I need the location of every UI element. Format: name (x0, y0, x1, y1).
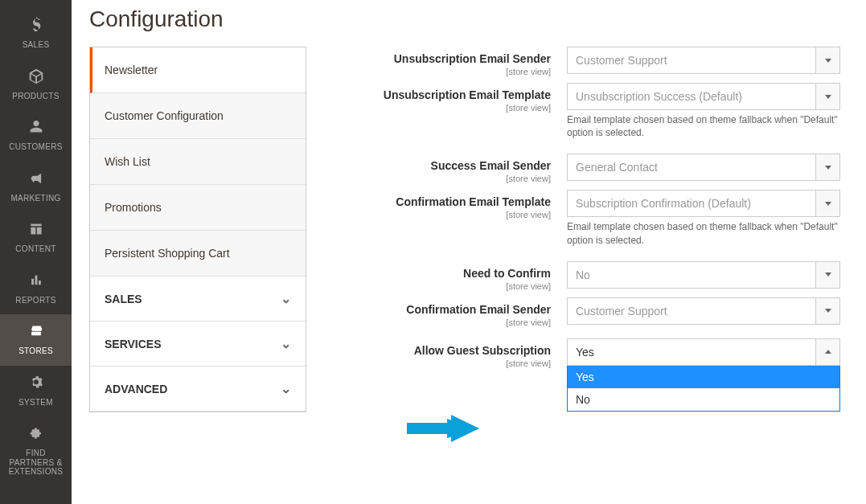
sidebar-label: MARKETING (10, 194, 60, 203)
select-value: Subscription Confirmation (Default) (576, 197, 751, 210)
caret-down-icon (815, 191, 839, 216)
field-label: Confirmation Email Sender (406, 303, 551, 316)
tab-group-services[interactable]: SERVICES⌄ (90, 322, 306, 367)
field-note: Email template chosen based on theme fal… (567, 113, 840, 139)
field-confirm-sender: Confirmation Email Sender [store view] C… (326, 297, 866, 327)
annotation-arrow (407, 412, 479, 448)
chevron-down-icon: ⌄ (281, 336, 291, 351)
config-tabs: Newsletter Customer Configuration Wish L… (89, 47, 306, 412)
option-label: No (576, 393, 590, 406)
dropdown-option-yes[interactable]: Yes (568, 366, 839, 388)
admin-sidebar: SALES PRODUCTS CUSTOMERS MARKETING CONTE… (0, 0, 72, 504)
chevron-down-icon: ⌄ (281, 291, 291, 306)
field-note: Email template chosen based on theme fal… (567, 220, 840, 246)
caret-up-icon (815, 339, 839, 365)
field-unsub-sender: Unsubscription Email Sender [store view]… (326, 47, 866, 76)
caret-down-icon (815, 47, 839, 73)
select-allow-guest[interactable]: Yes (567, 338, 840, 366)
select-success-sender[interactable]: General Contact (567, 154, 840, 181)
select-unsub-sender[interactable]: Customer Support (567, 47, 840, 74)
sidebar-item-reports[interactable]: REPORTS (0, 264, 72, 315)
tab-promotions[interactable]: Promotions (90, 185, 306, 231)
field-scope: [store view] (326, 103, 551, 113)
page-title: Configuration (72, 0, 866, 42)
sidebar-label: CUSTOMERS (9, 142, 62, 152)
sidebar-label: SALES (23, 40, 50, 50)
field-scope: [store view] (326, 67, 551, 76)
select-value: Yes (576, 346, 594, 359)
dropdown-option-no[interactable]: No (568, 388, 839, 411)
option-label: Yes (576, 371, 594, 383)
field-label: Unsubscription Email Template (384, 88, 551, 101)
sidebar-label: CONTENT (15, 244, 55, 254)
sidebar-item-sales[interactable]: SALES (0, 8, 72, 59)
sidebar-item-products[interactable]: PRODUCTS (0, 59, 72, 111)
field-allow-guest: Allow Guest Subscription [store view] Ye… (326, 338, 866, 368)
sidebar-label: SYSTEM (18, 398, 53, 408)
person-icon (27, 118, 45, 139)
select-confirm-template[interactable]: Subscription Confirmation (Default) (567, 190, 840, 217)
sidebar-item-stores[interactable]: STORES (0, 314, 72, 366)
sidebar-item-marketing[interactable]: MARKETING (0, 162, 72, 213)
field-scope: [store view] (326, 359, 551, 368)
field-scope: [store view] (326, 210, 551, 219)
tab-customer-config[interactable]: Customer Configuration (90, 93, 306, 139)
field-scope: [store view] (326, 174, 551, 183)
tab-group-sales[interactable]: SALES⌄ (90, 277, 306, 322)
tab-wish-list[interactable]: Wish List (90, 139, 306, 185)
caret-down-icon (815, 84, 839, 109)
tab-newsletter[interactable]: Newsletter (90, 47, 306, 93)
tab-group-advanced[interactable]: ADVANCED⌄ (90, 367, 306, 412)
sidebar-label: STORES (18, 346, 53, 356)
field-scope: [store view] (326, 318, 551, 327)
select-value: Customer Support (576, 54, 667, 67)
field-label: Unsubscription Email Sender (394, 52, 551, 65)
field-unsub-template: Unsubscription Email Template [store vie… (326, 83, 866, 139)
tab-group-label: ADVANCED (105, 383, 167, 395)
field-confirm-template: Confirmation Email Template [store view]… (326, 190, 866, 246)
sidebar-label: FIND PARTNERS & EXTENSIONS (3, 449, 68, 477)
chevron-down-icon: ⌄ (281, 381, 291, 396)
storefront-icon (27, 322, 45, 343)
gear-icon (27, 374, 45, 395)
puzzle-icon (27, 424, 45, 445)
tab-label: Wish List (105, 155, 150, 168)
field-need-confirm: Need to Confirm [store view] No (326, 261, 866, 291)
select-value: Unsubscription Success (Default) (576, 90, 742, 103)
tab-label: Customer Configuration (105, 109, 224, 122)
cube-icon (27, 68, 45, 88)
tab-label: Persistent Shopping Cart (105, 247, 230, 260)
svg-marker-2 (451, 415, 479, 442)
tab-persistent-cart[interactable]: Persistent Shopping Cart (90, 231, 306, 277)
sidebar-item-content[interactable]: CONTENT (0, 212, 72, 264)
tab-group-label: SERVICES (105, 338, 162, 350)
select-value: No (576, 268, 590, 281)
caret-down-icon (815, 262, 839, 288)
field-success-sender: Success Email Sender [store view] Genera… (326, 154, 866, 183)
svg-rect-1 (407, 423, 451, 434)
select-confirm-sender[interactable]: Customer Support (567, 297, 840, 325)
layout-icon (27, 220, 45, 241)
select-value: General Contact (576, 161, 658, 174)
sidebar-label: PRODUCTS (12, 92, 60, 101)
bar-chart-icon (27, 272, 45, 293)
sidebar-item-partners[interactable]: FIND PARTNERS & EXTENSIONS (0, 416, 72, 486)
main-content: Configuration Newsletter Customer Config… (72, 0, 866, 504)
select-need-confirm[interactable]: No (567, 261, 840, 289)
select-value: Customer Support (576, 305, 667, 318)
caret-down-icon (815, 298, 839, 324)
sidebar-item-system[interactable]: SYSTEM (0, 366, 72, 417)
field-scope: [store view] (326, 281, 551, 291)
megaphone-icon (27, 170, 45, 191)
form-area: Unsubscription Email Sender [store view]… (306, 42, 866, 412)
dropdown-allow-guest: Yes No (567, 366, 840, 412)
dollar-icon (27, 16, 45, 37)
field-label: Confirmation Email Template (396, 195, 551, 208)
sidebar-item-customers[interactable]: CUSTOMERS (0, 110, 72, 162)
tab-label: Newsletter (105, 64, 158, 76)
tab-group-label: SALES (105, 293, 142, 305)
field-label: Need to Confirm (463, 267, 551, 280)
sidebar-label: REPORTS (15, 296, 55, 305)
select-unsub-template[interactable]: Unsubscription Success (Default) (567, 83, 840, 110)
tab-label: Promotions (105, 201, 162, 214)
